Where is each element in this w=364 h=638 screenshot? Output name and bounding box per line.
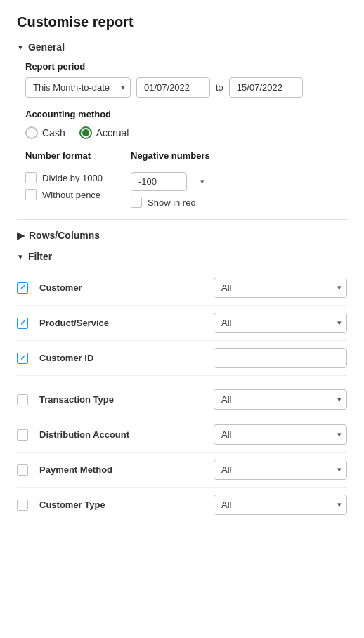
product-service-checkbox-col — [17, 318, 31, 329]
number-negative-row: Number format Divide by 1000 Without pen… — [25, 150, 347, 208]
product-service-checkbox[interactable] — [17, 318, 28, 329]
page-title: Customise report — [17, 14, 347, 30]
show-in-red-item[interactable]: Show in red — [131, 197, 210, 208]
customer-checkbox-col — [17, 282, 31, 294]
filter-row-customer-id: Customer ID — [17, 341, 347, 376]
transaction-type-filter-label: Transaction Type — [39, 394, 205, 405]
filter-rows: Customer All Specific ▾ Product/Service — [17, 271, 347, 522]
product-service-select[interactable]: All Specific — [214, 313, 347, 333]
customer-id-checkbox[interactable] — [17, 353, 28, 364]
customer-id-checkbox-col — [17, 353, 31, 364]
general-section-label: General — [28, 41, 65, 53]
customer-id-filter-label: Customer ID — [39, 353, 205, 363]
filter-row-product-service: Product/Service All Specific ▾ — [17, 306, 347, 341]
distribution-account-checkbox[interactable] — [17, 429, 28, 441]
report-period-select-wrapper: This Month-to-date This Month Last Month… — [25, 77, 131, 98]
general-section-content: Report period This Month-to-date This Mo… — [17, 61, 347, 208]
filter-divider — [17, 379, 347, 379]
radio-cash-label: Cash — [42, 127, 65, 138]
negative-numbers-select[interactable]: -100 (100) -100 CR — [131, 172, 187, 191]
payment-method-filter-label: Payment Method — [39, 464, 205, 475]
radio-cash-circle[interactable] — [25, 126, 38, 139]
distribution-account-checkbox-col — [17, 429, 31, 441]
show-in-red-label: Show in red — [148, 197, 196, 208]
radio-cash[interactable]: Cash — [25, 126, 65, 139]
date-from-input[interactable] — [136, 77, 210, 98]
customer-type-select[interactable]: All Specific — [214, 495, 347, 515]
radio-accrual[interactable]: Accrual — [79, 126, 129, 139]
distribution-account-select-wrapper: All Specific ▾ — [214, 424, 347, 445]
rows-columns-arrow-icon: ▶ — [17, 230, 25, 241]
negative-numbers-chevron-icon: ▾ — [200, 177, 204, 186]
without-pence-checkbox[interactable] — [25, 189, 37, 200]
accounting-method-label: Accounting method — [25, 109, 347, 119]
customer-select-wrapper: All Specific ▾ — [214, 278, 347, 298]
customer-type-filter-label: Customer Type — [39, 500, 205, 510]
customer-id-control — [214, 348, 347, 368]
payment-method-checkbox[interactable] — [17, 464, 28, 476]
divide-by-1000-item[interactable]: Divide by 1000 — [25, 172, 103, 183]
filter-row-customer-type: Customer Type All Specific ▾ — [17, 488, 347, 522]
product-service-select-wrapper: All Specific ▾ — [214, 313, 347, 333]
report-period-label: Report period — [25, 61, 347, 72]
customer-type-checkbox-col — [17, 500, 31, 511]
radio-accrual-label: Accrual — [96, 127, 129, 138]
distribution-account-select[interactable]: All Specific — [214, 424, 347, 445]
general-section: ▼ General Report period This Month-to-da… — [17, 41, 347, 208]
payment-method-select[interactable]: All Specific — [214, 460, 347, 480]
divide-by-1000-checkbox[interactable] — [25, 172, 37, 183]
product-service-filter-label: Product/Service — [39, 318, 205, 328]
transaction-type-select[interactable]: All Invoice Payment — [214, 389, 347, 410]
rows-columns-label: Rows/Columns — [29, 230, 100, 241]
customer-id-input[interactable] — [214, 348, 347, 368]
customer-control: All Specific ▾ — [214, 278, 347, 298]
payment-method-select-wrapper: All Specific ▾ — [214, 460, 347, 480]
customer-type-select-wrapper: All Specific ▾ — [214, 495, 347, 515]
customer-checkbox[interactable] — [17, 282, 28, 294]
filter-section-label: Filter — [28, 251, 52, 262]
number-format-label: Number format — [25, 150, 103, 161]
customer-type-checkbox[interactable] — [17, 500, 28, 511]
filter-section-header[interactable]: ▼ Filter — [17, 251, 347, 262]
transaction-type-checkbox-col — [17, 394, 31, 405]
date-to-label: to — [216, 82, 223, 93]
filter-row-payment-method: Payment Method All Specific ▾ — [17, 453, 347, 488]
report-period-row: This Month-to-date This Month Last Month… — [25, 77, 347, 98]
product-service-control: All Specific ▾ — [214, 313, 347, 333]
report-period-select[interactable]: This Month-to-date This Month Last Month… — [25, 77, 131, 98]
distribution-account-filter-label: Distribution Account — [39, 429, 205, 440]
show-in-red-checkbox[interactable] — [131, 197, 142, 208]
transaction-type-select-wrapper: All Invoice Payment ▾ — [214, 389, 347, 410]
negative-numbers-label: Negative numbers — [131, 150, 210, 161]
filter-row-distribution-account: Distribution Account All Specific ▾ — [17, 417, 347, 453]
distribution-account-control: All Specific ▾ — [214, 424, 347, 445]
number-format-col: Number format Divide by 1000 Without pen… — [25, 150, 103, 208]
rows-columns-header[interactable]: ▶ Rows/Columns — [17, 230, 347, 241]
section-divider-1 — [17, 219, 347, 220]
filter-row-customer: Customer All Specific ▾ — [17, 271, 347, 306]
general-section-header[interactable]: ▼ General — [17, 41, 347, 53]
transaction-type-control: All Invoice Payment ▾ — [214, 389, 347, 410]
filter-arrow-icon: ▼ — [17, 253, 24, 261]
filter-row-transaction-type: Transaction Type All Invoice Payment ▾ — [17, 382, 347, 417]
customer-select[interactable]: All Specific — [214, 278, 347, 298]
date-to-input[interactable] — [229, 77, 303, 98]
filter-section: ▼ Filter Customer All Specific ▾ — [17, 251, 347, 522]
rows-columns-section: ▶ Rows/Columns — [17, 230, 347, 241]
transaction-type-checkbox[interactable] — [17, 394, 28, 405]
without-pence-item[interactable]: Without pence — [25, 189, 103, 200]
payment-method-control: All Specific ▾ — [214, 460, 347, 480]
general-arrow-icon: ▼ — [17, 44, 24, 51]
divide-by-1000-label: Divide by 1000 — [42, 173, 103, 183]
negative-numbers-select-wrapper: -100 (100) -100 CR ▾ — [131, 172, 210, 191]
accounting-method-radio-group: Cash Accrual — [25, 126, 347, 139]
radio-accrual-circle[interactable] — [79, 126, 92, 139]
payment-method-checkbox-col — [17, 464, 31, 476]
negative-numbers-col: Negative numbers -100 (100) -100 CR ▾ Sh… — [131, 150, 210, 208]
without-pence-label: Without pence — [42, 190, 100, 200]
customer-type-control: All Specific ▾ — [214, 495, 347, 515]
customer-filter-label: Customer — [39, 282, 205, 293]
